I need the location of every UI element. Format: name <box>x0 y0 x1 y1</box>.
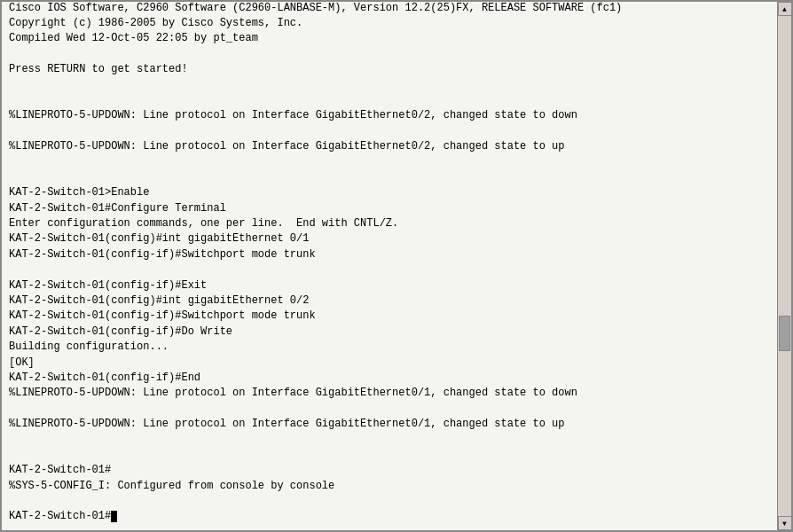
scrollbar-track[interactable] <box>778 16 791 516</box>
terminal-output[interactable]: Switch Ports Model SW Version SW Image -… <box>2 2 777 530</box>
scroll-up-button[interactable]: ▲ <box>778 2 792 16</box>
scrollbar[interactable]: ▲ ▼ <box>777 2 791 530</box>
terminal-window: Switch Ports Model SW Version SW Image -… <box>0 0 793 532</box>
scrollbar-thumb[interactable] <box>779 316 790 351</box>
terminal-cursor <box>111 511 117 522</box>
scroll-down-button[interactable]: ▼ <box>778 516 792 530</box>
